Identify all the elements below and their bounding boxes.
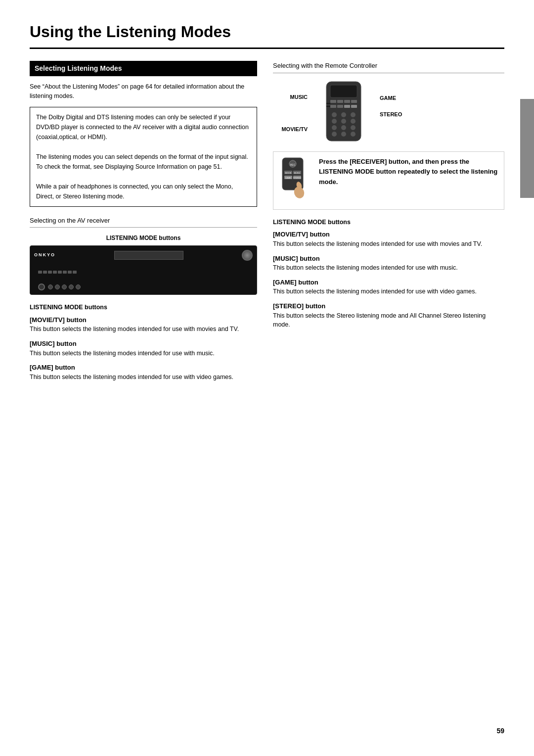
stereo-label-right: [STEREO] button (273, 301, 504, 311)
receiver-brand: ONKYO (34, 252, 55, 259)
margin-tab (520, 99, 534, 198)
music-desc-text-right: This button selects the listening modes … (273, 263, 504, 273)
remote-section-label: LISTENING MODE buttons (273, 218, 504, 227)
receiver-btn-6 (63, 271, 67, 274)
remote-right-labels: GAME STEREO (380, 79, 409, 119)
remote-button-descriptions: LISTENING MODE buttons [MOVIE/TV] button… (273, 218, 504, 330)
svg-text:MOVIE: MOVIE (285, 172, 292, 174)
svg-point-21 (351, 132, 356, 137)
intro-text: See “About the Listening Modes” on page … (30, 82, 257, 101)
receiver-knob (242, 250, 253, 261)
av-receiver-subsection-title: Selecting on the AV receiver (30, 216, 257, 228)
game-desc-right: [GAME] button This button selects the li… (273, 278, 504, 296)
svg-rect-9 (351, 105, 357, 108)
svg-rect-1 (330, 85, 357, 97)
svg-point-12 (351, 112, 356, 117)
svg-point-13 (332, 119, 337, 124)
receiver-btn-2 (43, 271, 47, 274)
receiver-dots (48, 284, 81, 289)
svg-rect-3 (337, 100, 343, 103)
receiver-bottom-row (34, 284, 253, 290)
receiver-mid-row (34, 270, 253, 275)
av-section-label: LISTENING MODE buttons (30, 303, 257, 312)
movie-tv-desc-text-right: This button selects the listening modes … (273, 239, 504, 249)
movie-tv-desc-right: [MOVIE/TV] button This button selects th… (273, 230, 504, 248)
svg-point-15 (351, 119, 356, 124)
game-remote-label: GAME (380, 94, 409, 102)
receiver-btn-5 (58, 271, 62, 274)
remote-section: MUSIC MOVIE/TV (273, 79, 504, 143)
svg-rect-6 (330, 105, 336, 108)
av-receiver-diagram: ONKYO (30, 245, 257, 295)
movie-tv-desc-text-left: This button selects the listening modes … (30, 325, 257, 334)
music-desc-text-left: This button selects the listening modes … (30, 349, 257, 358)
r-dot-2 (55, 284, 60, 289)
game-desc-text-right: This button selects the listening modes … (273, 287, 504, 296)
game-label-right: [GAME] button (273, 278, 504, 287)
game-label-left: [GAME] button (30, 363, 257, 373)
stereo-desc-text-right: This button selects the Stereo listening… (273, 311, 504, 330)
svg-text:GAME: GAME (285, 177, 291, 179)
note-box: The Dolby Digital and DTS listening mode… (30, 107, 257, 207)
press-instruction-box: REC MOVIE MUSIC GAME STEREO Press the [ (273, 151, 504, 210)
remote-svg-diagram (312, 79, 376, 143)
svg-point-17 (341, 125, 346, 130)
section-header-left: Selecting Listening Modes (30, 61, 257, 76)
movie-tv-label-right: [MOVIE/TV] button (273, 230, 504, 239)
page-title: Using the Listening Modes (30, 20, 504, 49)
game-desc-text-left: This button selects the listening modes … (30, 373, 257, 382)
svg-rect-8 (344, 105, 350, 108)
svg-point-16 (332, 125, 337, 130)
receiver-power-btn (38, 284, 45, 290)
r-dot-5 (76, 284, 81, 289)
receiver-btn-4 (53, 271, 57, 274)
music-desc-left: [MUSIC] button This button selects the l… (30, 339, 257, 358)
svg-point-19 (332, 132, 337, 137)
note-line-2: The listening modes you can select depen… (36, 152, 251, 172)
svg-rect-5 (351, 100, 357, 103)
stereo-remote-label: STEREO (380, 110, 409, 119)
svg-point-14 (341, 119, 346, 124)
note-line-1: The Dolby Digital and DTS listening mode… (36, 112, 251, 142)
receiver-btn-1 (38, 271, 42, 274)
movie-tv-remote-label: MOVIE/TV (273, 125, 308, 134)
av-button-descriptions: LISTENING MODE buttons [MOVIE/TV] button… (30, 303, 257, 382)
receiver-display (114, 251, 183, 260)
receiver-btn-7 (68, 271, 72, 274)
svg-text:REC: REC (290, 163, 296, 166)
game-desc-left: [GAME] button This button selects the li… (30, 363, 257, 381)
remote-left-labels: MUSIC MOVIE/TV (273, 79, 308, 134)
svg-point-10 (332, 112, 337, 117)
svg-rect-7 (337, 105, 343, 108)
r-dot-4 (69, 284, 74, 289)
r-dot-1 (48, 284, 53, 289)
music-label-right: [MUSIC] button (273, 254, 504, 264)
note-line-3: While a pair of headphones is connected,… (36, 182, 251, 201)
music-remote-label: MUSIC (273, 93, 308, 101)
receiver-btn-3 (48, 271, 52, 274)
svg-point-11 (341, 112, 346, 117)
music-label-left: [MUSIC] button (30, 339, 257, 349)
svg-text:STEREO: STEREO (293, 177, 301, 179)
press-remote-svg: REC MOVIE MUSIC GAME STEREO (278, 157, 313, 201)
music-desc-right: [MUSIC] button This button selects the l… (273, 254, 504, 273)
svg-rect-2 (330, 100, 336, 103)
page-number: 59 (496, 726, 504, 736)
movie-tv-label-left: [MOVIE/TV] button (30, 315, 257, 325)
press-instruction-text: Press the [RECEIVER] button, and then pr… (319, 157, 499, 188)
listening-mode-label-left: LISTENING MODE buttons (30, 234, 257, 242)
svg-point-20 (341, 132, 346, 137)
r-dot-3 (62, 284, 67, 289)
movie-tv-desc-left: [MOVIE/TV] button This button selects th… (30, 315, 257, 334)
svg-text:MUSIC: MUSIC (294, 172, 301, 174)
stereo-desc-right: [STEREO] button This button selects the … (273, 301, 504, 330)
press-remote-img: REC MOVIE MUSIC GAME STEREO (278, 157, 313, 204)
svg-point-18 (351, 125, 356, 130)
remote-section-title: Selecting with the Remote Controller (273, 61, 504, 73)
receiver-btn-8 (73, 271, 77, 274)
svg-rect-4 (344, 100, 350, 103)
